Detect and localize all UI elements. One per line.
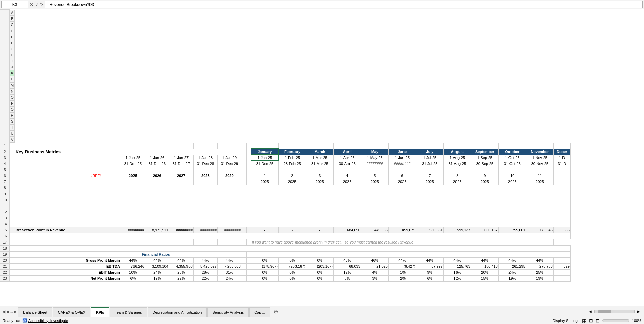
cell-A19[interactable] (10, 251, 15, 257)
cell-K2[interactable]: January (251, 149, 278, 155)
cell-L1[interactable] (278, 143, 306, 149)
cell-J24[interactable] (246, 281, 251, 282)
cell-H7[interactable] (217, 179, 241, 185)
cancel-icon[interactable]: ✕ (30, 2, 34, 7)
cell-Q4[interactable]: 31-Jul-25 (416, 161, 443, 167)
cell-M5[interactable] (306, 167, 333, 173)
cell-D3[interactable]: 1-Jan-25 (121, 155, 145, 161)
cell-F22[interactable]: 28% (169, 269, 193, 275)
cell-I22[interactable] (241, 269, 246, 275)
cell-I2[interactable] (241, 149, 246, 155)
col-F[interactable]: F (10, 40, 15, 46)
cell-E15[interactable]: 8,971,511 (145, 227, 169, 233)
cell-N7[interactable]: 2025 (333, 179, 361, 185)
cell-I15[interactable] (241, 227, 246, 233)
cell-A2[interactable] (10, 149, 15, 155)
cell-K17[interactable]: If you want to have above mentioned prof… (251, 239, 553, 245)
cell-U3[interactable]: 1-Nov-25 (526, 155, 553, 161)
cell-B15[interactable]: Breakeven Point in Revenue (15, 227, 70, 233)
cell-P5[interactable] (388, 167, 416, 173)
col-N[interactable]: N (10, 88, 15, 94)
cell-G4[interactable]: 31-Dec-28 (193, 161, 217, 167)
cell-U24[interactable]: 18.95% (526, 281, 553, 282)
insert-function-icon[interactable]: fx (40, 2, 43, 7)
cell-A7[interactable] (10, 179, 15, 185)
cell-R1[interactable] (443, 143, 471, 149)
cell-E5[interactable] (145, 167, 169, 173)
cell-K24[interactable]: -22.34% (251, 281, 278, 282)
cell-R24[interactable]: 16.12% (443, 281, 471, 282)
cell-D22[interactable]: 10% (121, 269, 145, 275)
cell-L20[interactable]: 0% (278, 257, 306, 263)
cell-O22[interactable]: 4% (361, 269, 388, 275)
cell-T1[interactable] (498, 143, 526, 149)
cell-C21[interactable]: EBITDA (70, 263, 121, 269)
cell-J21[interactable] (246, 263, 251, 269)
cell-P21[interactable]: (6,427) (388, 263, 416, 269)
spreadsheet-scroll[interactable]: A B C D E F G H I J K L M N O P Q (0, 9, 644, 282)
cell-K23[interactable]: 0% (251, 275, 278, 281)
cell-O21[interactable]: 21,025 (361, 263, 388, 269)
cell-P6[interactable]: 6 (388, 173, 416, 179)
cell-T21[interactable]: 261,295 (498, 263, 526, 269)
cell-H3[interactable]: 1-Jan-29 (217, 155, 241, 161)
cell-B19[interactable] (15, 251, 70, 257)
cell-N22[interactable]: 12% (333, 269, 361, 275)
cell-I21[interactable] (241, 263, 246, 269)
cell-H5[interactable] (217, 167, 241, 173)
cell-L2[interactable]: February (278, 149, 306, 155)
cell-K7[interactable]: 2025 (251, 179, 278, 185)
cell-S6[interactable]: 9 (471, 173, 498, 179)
cell-E4[interactable]: 31-Dec-26 (145, 161, 169, 167)
cell-F15[interactable]: ######## (169, 227, 193, 233)
cell-J17[interactable] (246, 239, 251, 245)
cell-C22[interactable]: EBIT Margin (70, 269, 121, 275)
cell-G3[interactable]: 1-Jan-28 (193, 155, 217, 161)
cell-D4[interactable]: 31-Dec-25 (121, 161, 145, 167)
cell-G21[interactable]: 5,425,027 (193, 263, 217, 269)
cell-T15[interactable]: 755,001 (498, 227, 526, 233)
cell-H1[interactable] (217, 143, 241, 149)
cell-V6[interactable] (553, 173, 570, 179)
cell-L23[interactable]: 0% (278, 275, 306, 281)
col-H[interactable]: H (10, 52, 15, 58)
cell-C4[interactable] (70, 161, 121, 167)
cell-D23[interactable]: 6% (121, 275, 145, 281)
col-U[interactable]: U (10, 130, 15, 137)
cell-L15[interactable]: - (278, 227, 306, 233)
cell-P3[interactable]: 1-Jun-25 (388, 155, 416, 161)
cell-I1[interactable] (241, 143, 246, 149)
cell-C17[interactable] (70, 239, 121, 245)
cell-R4[interactable]: 31-Aug-25 (443, 161, 471, 167)
cell-Q15[interactable]: 530,861 (416, 227, 443, 233)
cell-I20[interactable] (241, 257, 246, 263)
cell-E21[interactable]: 3,109,104 (145, 263, 169, 269)
cell-L3[interactable]: 1-Feb-25 (278, 155, 306, 161)
cell-D17[interactable] (121, 239, 145, 245)
cell-E22[interactable]: 24% (145, 269, 169, 275)
col-Q[interactable]: Q (10, 106, 15, 112)
cell-S15[interactable]: 660,157 (471, 227, 498, 233)
cell-U2[interactable]: November (526, 149, 553, 155)
cell-J23[interactable] (246, 275, 251, 281)
cell-E7[interactable] (145, 179, 169, 185)
cell-D5[interactable] (121, 167, 145, 173)
cell-S24[interactable]: 19.07% (471, 281, 498, 282)
cell-B2[interactable]: Key Business Metrics (15, 149, 241, 155)
cell-M20[interactable]: 0% (306, 257, 333, 263)
col-G[interactable]: G (10, 46, 15, 52)
cell-I3[interactable] (241, 155, 246, 161)
cell-F17[interactable] (169, 239, 193, 245)
cell-A22[interactable] (10, 269, 15, 275)
cell-B24[interactable] (15, 281, 70, 282)
cell-R6[interactable]: 8 (443, 173, 471, 179)
cell-V23[interactable] (553, 275, 570, 281)
cell-R3[interactable]: 1-Aug-25 (443, 155, 471, 161)
cell-M6[interactable]: 3 (306, 173, 333, 179)
cell-V22[interactable] (553, 269, 570, 275)
cell-N1[interactable] (333, 143, 361, 149)
col-R[interactable]: R (10, 112, 15, 118)
cell-D15[interactable]: ######## (121, 227, 145, 233)
cell-K6[interactable]: 1 (251, 173, 278, 179)
cell-C6[interactable]: #REF! (70, 173, 121, 179)
